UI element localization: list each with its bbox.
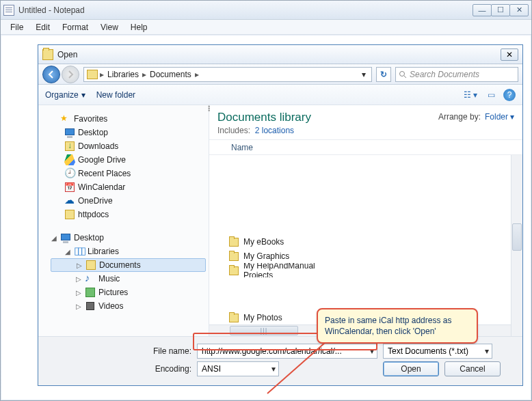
- chevron-right-icon[interactable]: ▸: [194, 70, 200, 79]
- col-name[interactable]: Name: [231, 143, 253, 152]
- breadcrumb[interactable]: ▸ Libraries ▸ Documents ▸ ▾: [83, 67, 372, 82]
- annotation-callout: Paste in same iCal http address as WinCa…: [317, 308, 478, 344]
- tree-wincalendar[interactable]: WinCalendar: [78, 182, 125, 192]
- search-icon: [399, 70, 407, 79]
- list-item[interactable]: My HelpAndManual Projects: [228, 263, 345, 277]
- expand-icon[interactable]: ▷: [75, 275, 82, 283]
- tree-music[interactable]: Music: [98, 274, 120, 284]
- list-item[interactable]: My eBooks: [228, 234, 520, 249]
- expand-icon[interactable]: ▷: [76, 262, 83, 269]
- onedrive-icon: [64, 195, 75, 206]
- organize-button[interactable]: Organize ▾: [45, 90, 85, 100]
- tree-googledrive[interactable]: Google Drive: [78, 155, 126, 165]
- tree-pictures[interactable]: Pictures: [98, 288, 128, 297]
- dialog-titlebar[interactable]: Open ✕: [38, 45, 522, 64]
- scrollbar-thumb[interactable]: |||: [230, 326, 298, 335]
- locations-link[interactable]: 2 locations: [255, 126, 294, 135]
- google-drive-icon: [64, 154, 75, 165]
- tree-downloads[interactable]: Downloads: [78, 141, 118, 151]
- svg-point-0: [400, 71, 405, 76]
- open-button[interactable]: Open: [383, 361, 439, 376]
- expand-icon[interactable]: ◢: [51, 234, 57, 242]
- notepad-menubar: File Edit Format View Help: [1, 20, 531, 35]
- view-options-button[interactable]: ☷ ▾: [462, 88, 479, 102]
- libraries-icon: [74, 246, 85, 257]
- tree-httpdocs[interactable]: httpdocs: [78, 210, 109, 219]
- tree-videos[interactable]: Videos: [98, 301, 123, 311]
- downloads-icon: [64, 141, 75, 152]
- folder-icon: [228, 312, 239, 323]
- expand-icon[interactable]: ◢: [64, 248, 71, 255]
- nav-tree[interactable]: ★Favorites Desktop Downloads Google Driv…: [38, 105, 209, 336]
- open-dialog: Open ✕ ▸ Libraries ▸ Documents ▸ ▾ ↻ Sea…: [38, 44, 523, 386]
- nav-forward-button[interactable]: [62, 66, 79, 83]
- list-header: Documents library Includes: 2 locations …: [209, 105, 522, 140]
- notepad-titlebar[interactable]: Untitled - Notepad — ☐ ✕: [1, 1, 531, 20]
- pictures-icon: [85, 287, 96, 298]
- new-folder-button[interactable]: New folder: [96, 90, 135, 100]
- chevron-down-icon[interactable]: ▾: [367, 346, 374, 356]
- breadcrumb-documents[interactable]: Documents: [148, 70, 193, 79]
- maximize-button[interactable]: ☐: [491, 4, 510, 16]
- minimize-button[interactable]: —: [473, 4, 492, 16]
- nav-back-button[interactable]: [42, 66, 60, 83]
- dialog-close-button[interactable]: ✕: [501, 49, 518, 61]
- search-input[interactable]: Search Documents: [395, 67, 518, 82]
- filename-label: File name:: [48, 346, 191, 356]
- dialog-title: Open: [57, 50, 77, 59]
- menu-view[interactable]: View: [95, 21, 124, 33]
- tree-onedrive[interactable]: OneDrive: [78, 196, 113, 206]
- filename-input[interactable]: http://www.google.com/calendar/ical/... …: [197, 344, 377, 359]
- preview-pane-button[interactable]: ▭: [483, 88, 499, 102]
- tree-libraries[interactable]: Libraries: [88, 247, 119, 256]
- desktop-icon: [64, 127, 75, 138]
- expand-icon[interactable]: ▷: [75, 303, 82, 310]
- folder-icon: [64, 209, 75, 220]
- star-icon: ★: [60, 113, 71, 124]
- chevron-right-icon[interactable]: ▸: [99, 70, 105, 79]
- menu-file[interactable]: File: [5, 21, 29, 33]
- dialog-body: ★Favorites Desktop Downloads Google Driv…: [38, 105, 522, 336]
- help-button[interactable]: ?: [503, 89, 516, 101]
- chevron-down-icon: ▾: [81, 90, 85, 100]
- tree-desktop[interactable]: Desktop: [78, 128, 108, 137]
- chevron-down-icon: ▾: [510, 112, 514, 122]
- scrollbar-thumb[interactable]: [512, 223, 522, 251]
- encoding-select[interactable]: ANSI ▾: [197, 361, 279, 376]
- filetype-select[interactable]: Text Documents (*.txt) ▾: [383, 344, 492, 359]
- breadcrumb-dropdown[interactable]: ▾: [359, 70, 369, 79]
- desktop-icon: [60, 232, 71, 243]
- file-list-pane: ▪▪▪ Documents library Includes: 2 locati…: [209, 105, 522, 336]
- tree-recent[interactable]: Recent Places: [78, 169, 131, 178]
- nav-bar: ▸ Libraries ▸ Documents ▸ ▾ ↻ Search Doc…: [38, 64, 522, 85]
- cancel-button[interactable]: Cancel: [444, 361, 501, 376]
- menu-format[interactable]: Format: [57, 21, 94, 33]
- folder-icon: [228, 236, 239, 247]
- folder-icon: [228, 251, 239, 262]
- arrow-right-icon: [66, 70, 75, 79]
- refresh-button[interactable]: ↻: [376, 67, 391, 82]
- chevron-right-icon[interactable]: ▸: [142, 70, 147, 79]
- tree-documents[interactable]: Documents: [99, 260, 141, 270]
- column-header[interactable]: Name: [209, 140, 522, 155]
- chevron-down-icon[interactable]: ▾: [269, 364, 276, 374]
- tree-desktop2[interactable]: Desktop: [74, 233, 104, 243]
- wincalendar-icon: [64, 182, 75, 193]
- list-item[interactable]: My Graphics: [228, 249, 520, 263]
- search-placeholder: Search Documents: [410, 70, 479, 79]
- close-button[interactable]: ✕: [509, 4, 529, 16]
- chevron-down-icon[interactable]: ▾: [482, 346, 489, 356]
- menu-help[interactable]: Help: [125, 21, 153, 33]
- library-icon: [87, 70, 98, 79]
- arrow-left-icon: [46, 70, 56, 79]
- menu-edit[interactable]: Edit: [30, 21, 55, 33]
- filename-value: http://www.google.com/calendar/ical/...: [202, 346, 367, 356]
- tree-favorites[interactable]: Favorites: [74, 114, 107, 124]
- notepad-icon: [3, 5, 14, 16]
- breadcrumb-libraries[interactable]: Libraries: [106, 70, 140, 79]
- vertical-scrollbar[interactable]: [511, 155, 522, 336]
- expand-icon[interactable]: ▷: [75, 289, 82, 296]
- arrange-by-button[interactable]: Folder ▾: [485, 112, 514, 122]
- encoding-label: Encoding:: [48, 364, 191, 374]
- folder-open-icon: [42, 49, 53, 60]
